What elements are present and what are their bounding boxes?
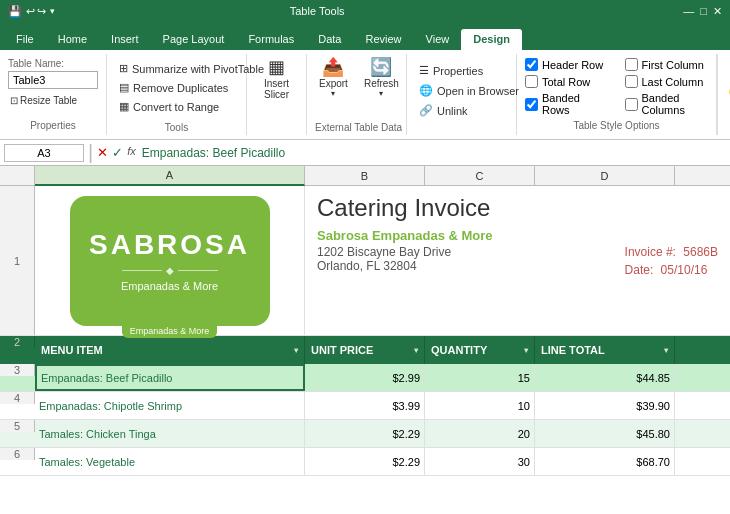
header-row-checkbox-label[interactable]: Header Row <box>525 58 609 71</box>
price-dropdown-arrow[interactable]: ▾ <box>414 346 418 355</box>
logo-divider: ◆ <box>122 265 218 276</box>
properties-btn[interactable]: ☰ Properties <box>415 62 487 79</box>
tab-view[interactable]: View <box>414 29 462 50</box>
column-headers: A B C D <box>0 166 730 186</box>
th-unit-price[interactable]: UNIT PRICE ▾ <box>305 336 425 364</box>
redo-icon[interactable]: ↪ <box>37 5 46 18</box>
tab-insert[interactable]: Insert <box>99 29 151 50</box>
tab-file[interactable]: File <box>4 29 46 50</box>
cell-c6[interactable]: 30 <box>425 448 535 475</box>
total-dropdown-arrow[interactable]: ▾ <box>664 346 668 355</box>
formula-display: Empanadas: Beef Picadillo <box>138 144 726 162</box>
refresh-btn[interactable]: 🔄 Refresh ▾ <box>360 56 403 100</box>
cell-a6[interactable]: Tamales: Vegetable <box>35 448 305 475</box>
first-column-checkbox-label[interactable]: First Column <box>625 58 709 71</box>
cell-d3[interactable]: $44.85 <box>535 364 675 391</box>
insert-slicer-btn[interactable]: ▦ InsertSlicer <box>260 56 293 102</box>
col-header-d[interactable]: D <box>535 166 675 186</box>
export-btn[interactable]: 📤 Export ▾ <box>315 56 352 100</box>
last-column-checkbox-label[interactable]: Last Column <box>625 75 709 88</box>
open-browser-btn[interactable]: 🌐 Open in Browser <box>415 82 523 99</box>
name-box[interactable] <box>4 144 84 162</box>
tell-me-bar[interactable]: 💡 Tell me what you w... <box>717 54 730 135</box>
cell-c3[interactable]: 15 <box>425 364 535 391</box>
close-btn[interactable]: ✕ <box>713 5 722 18</box>
th-quantity[interactable]: QUANTITY ▾ <box>425 336 535 364</box>
cell-c5[interactable]: 20 <box>425 420 535 447</box>
logo-box: SABROSA ◆ Empanadas & More Empanadas & M… <box>70 196 270 326</box>
slicer-group: ▦ InsertSlicer <box>247 54 307 135</box>
cell-b4[interactable]: $3.99 <box>305 392 425 419</box>
th-menu-item[interactable]: MENU ITEM ▾ <box>35 336 305 364</box>
cell-b3[interactable]: $2.99 <box>305 364 425 391</box>
invoice-number-row: Invoice #: 5686B <box>625 245 718 259</box>
table-row[interactable]: 5 Tamales: Chicken Tinga $2.29 20 $45.80 <box>0 420 730 448</box>
banded-cols-checkbox-label[interactable]: Banded Columns <box>625 92 709 116</box>
tab-design[interactable]: Design <box>461 29 522 50</box>
table-row[interactable]: 6 Tamales: Vegetable $2.29 30 $68.70 <box>0 448 730 476</box>
browser-icon: 🌐 <box>419 84 433 97</box>
cell-a3[interactable]: Empanadas: Beef Picadillo <box>35 364 305 391</box>
first-column-checkbox[interactable] <box>625 58 638 71</box>
total-row-checkbox[interactable] <box>525 75 538 88</box>
cell-a4[interactable]: Empanadas: Chipotle Shrimp <box>35 392 305 419</box>
cancel-formula-icon[interactable]: ✕ <box>97 145 108 160</box>
export-refresh-group: 📤 Export ▾ 🔄 Refresh ▾ External Table Da… <box>307 54 407 135</box>
insert-function-icon[interactable]: fx <box>127 145 136 160</box>
invoice-address2: Orlando, FL 32804 <box>317 259 625 273</box>
cell-d4[interactable]: $39.90 <box>535 392 675 419</box>
menu-dropdown-arrow[interactable]: ▾ <box>294 346 298 355</box>
table-row[interactable]: 4 Empanadas: Chipotle Shrimp $3.99 10 $3… <box>0 392 730 420</box>
minimize-btn[interactable]: — <box>683 5 694 17</box>
unlink-btn[interactable]: 🔗 Unlink <box>415 102 472 119</box>
slicer-label: InsertSlicer <box>264 78 289 100</box>
cell-b6[interactable]: $2.29 <box>305 448 425 475</box>
remove-duplicates-btn[interactable]: ▤ Remove Duplicates <box>115 79 232 96</box>
undo-icon[interactable]: ↩ <box>26 5 35 18</box>
summarize-pivottable-btn[interactable]: ⊞ Summarize with PivotTable <box>115 60 268 77</box>
ribbon: Table Name: ⊡ Resize Table Properties ⊞ … <box>0 50 730 140</box>
cell-d6[interactable]: $68.70 <box>535 448 675 475</box>
slicer-icon: ▦ <box>268 58 285 76</box>
banded-cols-checkbox[interactable] <box>625 98 638 111</box>
quick-access-save[interactable]: 💾 <box>8 5 22 18</box>
convert-to-range-btn[interactable]: ▦ Convert to Range <box>115 98 223 115</box>
banded-rows-checkbox-label[interactable]: Banded Rows <box>525 92 609 116</box>
total-row-checkbox-label[interactable]: Total Row <box>525 75 609 88</box>
header-row-checkbox[interactable] <box>525 58 538 71</box>
th-line-total[interactable]: LINE TOTAL ▾ <box>535 336 675 364</box>
maximize-btn[interactable]: □ <box>700 5 707 17</box>
formula-icons: ✕ ✓ fx <box>97 145 136 160</box>
invoice-left: Catering Invoice Sabrosa Empanadas & Mor… <box>317 194 625 327</box>
col-header-a[interactable]: A <box>35 166 305 186</box>
table-name-input[interactable] <box>8 71 98 89</box>
cell-a5[interactable]: Tamales: Chicken Tinga <box>35 420 305 447</box>
quick-access-dropdown[interactable]: ▾ <box>50 6 55 16</box>
table-name-group: Table Name: ⊡ Resize Table Properties <box>0 54 107 135</box>
col-header-b[interactable]: B <box>305 166 425 186</box>
table-row[interactable]: 3 Empanadas: Beef Picadillo $2.99 15 $44… <box>0 364 730 392</box>
invoice-company: Sabrosa Empanadas & More <box>317 228 625 243</box>
confirm-formula-icon[interactable]: ✓ <box>112 145 123 160</box>
properties-icon: ☰ <box>419 64 429 77</box>
invoice-address1: 1202 Biscayne Bay Drive <box>317 245 625 259</box>
tab-data[interactable]: Data <box>306 29 353 50</box>
external-data-label: External Table Data <box>315 120 398 133</box>
row-header-spacer <box>0 166 35 185</box>
pivot-icon: ⊞ <box>119 62 128 75</box>
properties-label: Properties <box>8 118 98 131</box>
tab-page-layout[interactable]: Page Layout <box>151 29 237 50</box>
tab-formulas[interactable]: Formulas <box>236 29 306 50</box>
resize-table-btn[interactable]: ⊡ Resize Table <box>8 93 98 108</box>
banded-rows-checkbox[interactable] <box>525 98 538 111</box>
tab-home[interactable]: Home <box>46 29 99 50</box>
logo-title: SABROSA <box>89 229 250 261</box>
tab-review[interactable]: Review <box>353 29 413 50</box>
last-column-checkbox[interactable] <box>625 75 638 88</box>
col-header-c[interactable]: C <box>425 166 535 186</box>
qty-dropdown-arrow[interactable]: ▾ <box>524 346 528 355</box>
duplicates-icon: ▤ <box>119 81 129 94</box>
cell-d5[interactable]: $45.80 <box>535 420 675 447</box>
cell-b5[interactable]: $2.29 <box>305 420 425 447</box>
cell-c4[interactable]: 10 <box>425 392 535 419</box>
